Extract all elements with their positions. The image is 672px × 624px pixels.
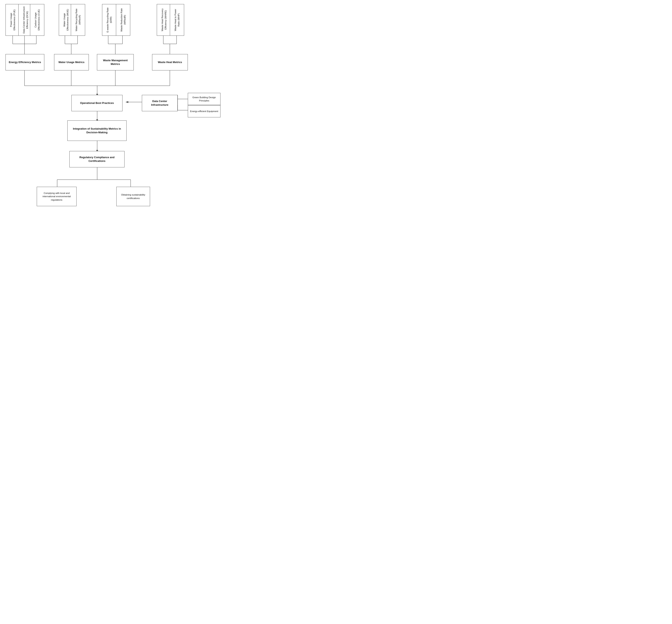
operational-best-practices-box: Operational Best Practices (72, 95, 123, 111)
green-building-box: Green Building Design Principles (188, 93, 221, 105)
integration-box: Integration of Sustainability Metrics in… (67, 121, 127, 141)
wredr-box: Waste Reduction Rate (WRedR) (116, 4, 130, 36)
data-center-infrastructure-box: Data Center Infrastructure (142, 95, 178, 111)
regulatory-compliance-box: Regulatory Compliance and Certifications (70, 151, 125, 167)
wrecr-box: Water Recycling Rate (WRecR) (71, 4, 85, 36)
obtaining-box: Obtaining sustainability certifications (117, 187, 150, 206)
whre-box: Waste Heat Recovery Efficiency (WHRE) (157, 4, 171, 36)
pue-box: Power Usage Effectiveness (PUE) (5, 4, 20, 36)
err-box: E-waste Recycling Rate (ERR) (102, 4, 117, 36)
cue-box: Carbon Usage Effectiveness (CUE) (30, 4, 44, 36)
whp-box: Waste Heat to Power Ratio (WHP) (170, 4, 184, 36)
water-usage-box: Water Usage Metrics (54, 54, 89, 71)
svg-marker-33 (126, 101, 128, 103)
energy-equipment-box: Energy-efficient Equipment (188, 105, 221, 118)
diagram: Power Usage Effectiveness (PUE) Data Cen… (0, 0, 225, 208)
waste-management-box: Waste Management Metrics (97, 54, 134, 71)
waste-heat-box: Waste Heat Metrics (152, 54, 188, 71)
complying-box: Complying with local and international e… (37, 187, 77, 206)
energy-efficiency-box: Energy Efficiency Metrics (5, 54, 44, 71)
